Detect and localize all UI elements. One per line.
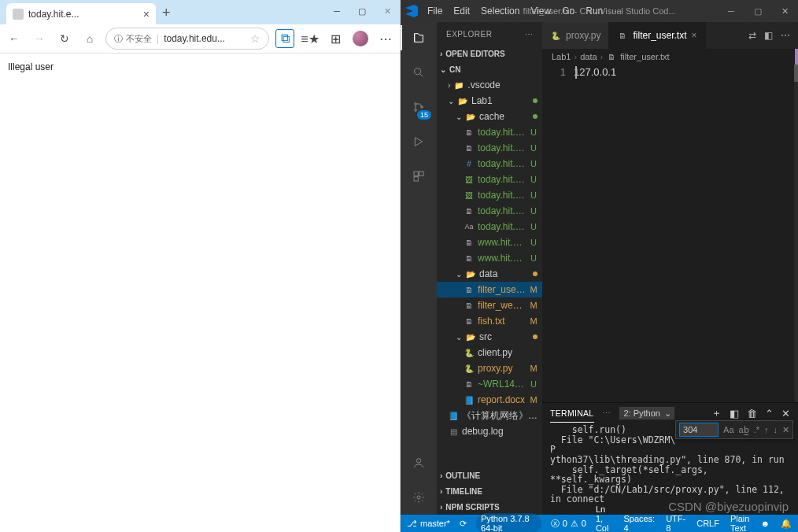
run-icon[interactable] <box>409 132 428 151</box>
settings-icon[interactable] <box>409 488 428 507</box>
svg-point-8 <box>417 496 420 499</box>
profile-avatar[interactable] <box>351 29 370 48</box>
sync-icon[interactable]: ⟳ <box>460 519 467 529</box>
next-match-icon[interactable]: ↓ <box>774 425 778 434</box>
file-row[interactable]: 🖼today.hit.edu....U <box>437 172 542 187</box>
file-row[interactable]: 🗎fish.txtM <box>437 313 542 329</box>
more-icon[interactable]: ⋯ <box>781 30 790 41</box>
file-name: filter_web.txt <box>478 300 526 311</box>
prev-match-icon[interactable]: ↑ <box>764 425 769 434</box>
panel-more-icon[interactable]: ⋯ <box>602 408 611 418</box>
file-row[interactable]: 🗎today.hit.edu....U <box>437 124 542 140</box>
regex-icon[interactable]: .* <box>754 425 759 434</box>
folder-row[interactable]: ⌄📂data <box>437 266 542 282</box>
find-input[interactable] <box>679 423 719 437</box>
menu-item[interactable]: File <box>427 6 442 17</box>
close-find-icon[interactable]: ✕ <box>782 425 789 435</box>
terminal-selector[interactable]: 2: Python <box>619 406 675 420</box>
close-panel-icon[interactable]: ✕ <box>781 408 790 419</box>
folder-row[interactable]: ›📁.vscode <box>437 77 542 93</box>
kill-terminal-icon[interactable]: 🗑 <box>747 408 757 419</box>
match-word-icon[interactable]: ab̲ <box>739 425 749 435</box>
close-button[interactable]: ✕ <box>771 6 798 17</box>
maximize-button[interactable]: ▢ <box>744 6 771 17</box>
problems[interactable]: ⓧ 0 ⚠ 0 <box>551 518 586 530</box>
file-row[interactable]: 🗎filter_web.txtM <box>437 297 542 313</box>
address-bar[interactable]: ⓘ 不安全 | today.hit.edu... ☆ <box>105 28 269 50</box>
maximize-button[interactable]: ▢ <box>349 0 375 22</box>
modified-dot-icon <box>533 272 538 276</box>
explorer-header: EXPLORER ⋯ <box>437 22 542 46</box>
file-row[interactable]: 🗎www.hit.edu.cnU <box>437 235 542 250</box>
browser-tab[interactable]: today.hit.e... × <box>6 3 156 24</box>
menu-item[interactable]: Edit <box>453 6 470 17</box>
file-row[interactable]: 📘report.docxM <box>437 392 542 408</box>
outline-section[interactable]: ›OUTLINE <box>437 467 542 483</box>
match-case-icon[interactable]: Aa <box>723 425 733 434</box>
editor-tab[interactable]: 🐍proxy.py <box>542 22 609 49</box>
refresh-button[interactable]: ↻ <box>55 29 74 48</box>
scm-icon[interactable]: 15 <box>409 98 428 116</box>
folder-root-section[interactable]: ⌄CN <box>437 61 542 77</box>
maximize-panel-icon[interactable]: ⌃ <box>765 408 774 419</box>
security-indicator[interactable]: ⓘ 不安全 <box>114 33 152 45</box>
file-row[interactable]: 📘《计算机网络》实验... <box>437 408 542 423</box>
breadcrumb-segment[interactable]: filter_user.txt <box>620 52 669 61</box>
split-icon[interactable]: ◧ <box>764 30 773 41</box>
breadcrumb[interactable]: Lab1›data›🗎filter_user.txt <box>542 49 798 65</box>
home-button[interactable]: ⌂ <box>80 29 99 48</box>
new-terminal-icon[interactable]: ＋ <box>711 406 722 420</box>
extensions-icon[interactable] <box>409 167 428 186</box>
tab-close-icon[interactable]: × <box>143 8 150 20</box>
favorite-icon[interactable]: ☆ <box>250 32 260 45</box>
css-icon: # <box>464 158 475 169</box>
file-row[interactable]: ▤debug.log <box>437 423 542 439</box>
file-name: today.hit.edu.... <box>478 174 526 185</box>
git-branch[interactable]: ⎇ master* <box>407 519 450 529</box>
close-button[interactable]: ✕ <box>375 0 400 22</box>
git-status: U <box>530 222 538 231</box>
compare-icon[interactable]: ⇄ <box>748 30 756 41</box>
collections-icon[interactable]: ⧉ <box>275 29 294 48</box>
minimize-button[interactable]: ─ <box>718 6 744 17</box>
forward-button[interactable]: → <box>30 29 49 48</box>
open-editors-section[interactable]: ›OPEN EDITORS <box>437 46 542 61</box>
code-editor[interactable]: 1 127.0.0.1 <box>542 65 798 402</box>
file-row[interactable]: 🗎~WRL1408.tmpU <box>437 376 542 392</box>
folder-row[interactable]: ⌄📂src <box>437 329 542 345</box>
file-row[interactable]: #today.hit.edu....U <box>437 156 542 172</box>
new-tab-button[interactable]: + <box>156 2 177 24</box>
npm-section[interactable]: ›NPM SCRIPTS <box>437 499 542 515</box>
explorer-icon[interactable] <box>409 28 428 47</box>
editor-tab[interactable]: 🗎filter_user.txt× <box>609 22 705 49</box>
explorer-more-icon[interactable]: ⋯ <box>525 30 534 39</box>
split-terminal-icon[interactable]: ◧ <box>730 408 739 419</box>
folder-row[interactable]: ⌄📂cache <box>437 109 542 124</box>
more-icon[interactable]: ⋯ <box>376 29 395 48</box>
file-row[interactable]: 🐍proxy.pyM <box>437 360 542 376</box>
timeline-section[interactable]: ›TIMELINE <box>437 483 542 499</box>
favorites-icon[interactable]: ≡★ <box>301 29 320 48</box>
file-row[interactable]: Aatoday.hit.edu....U <box>437 219 542 235</box>
python-interpreter[interactable]: Python 3.7.8 64-bit <box>476 513 541 532</box>
back-button[interactable]: ← <box>5 29 24 48</box>
minimize-button[interactable]: ─ <box>324 0 349 22</box>
file-row[interactable]: 🐍client.py <box>437 345 542 360</box>
file-name: fish.txt <box>478 316 526 327</box>
breadcrumb-segment[interactable]: Lab1 <box>552 52 571 61</box>
breadcrumb-segment[interactable]: data <box>580 52 597 61</box>
file-name: debug.log <box>462 426 538 437</box>
tab-close-icon[interactable]: × <box>692 30 697 41</box>
account-icon[interactable] <box>409 453 428 472</box>
menu-item[interactable]: Selection <box>481 6 519 17</box>
file-row[interactable]: 🖼today.hit.edu....U <box>437 187 542 203</box>
folder-row[interactable]: ⌄📂Lab1 <box>437 93 542 109</box>
extensions-icon[interactable]: ⊞ <box>326 29 345 48</box>
file-row[interactable]: 🗎filter_user.txtM <box>437 282 542 297</box>
search-icon[interactable] <box>409 63 428 82</box>
file-row[interactable]: 🗎today.hit.edu....U <box>437 140 542 156</box>
terminal-tab[interactable]: TERMINAL <box>550 405 594 423</box>
file-row[interactable]: 🗎today.hit.edu....U <box>437 203 542 219</box>
minimap[interactable] <box>794 65 798 402</box>
file-row[interactable]: 🗎www.hit.edu.c...U <box>437 250 542 266</box>
